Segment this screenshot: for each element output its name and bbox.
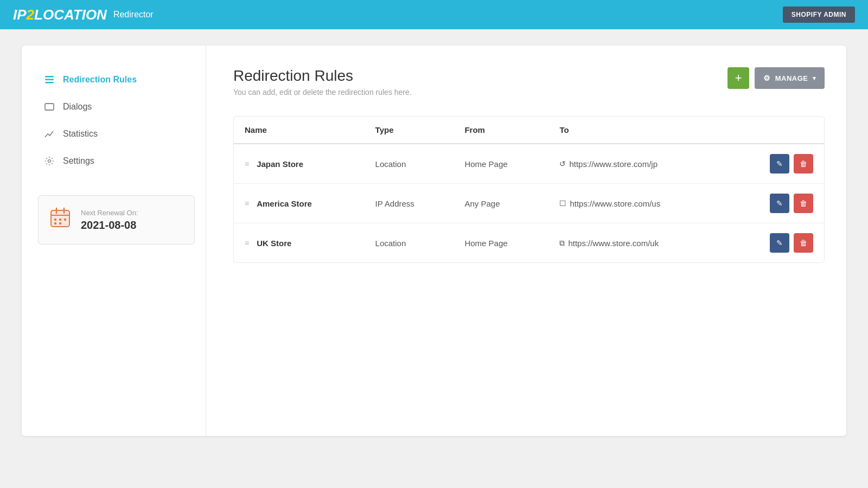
pencil-icon: ✎: [776, 239, 783, 247]
rules-table: Name Type From To ≡ Japan Store Location…: [234, 117, 824, 262]
sidebar-item-statistics[interactable]: Statistics: [38, 121, 195, 146]
edit-rule-button-2[interactable]: ✎: [770, 233, 789, 253]
to-icon-2: ⧉: [559, 239, 565, 248]
settings-icon: [43, 155, 55, 167]
cell-name-1: ≡ America Store: [234, 184, 365, 223]
col-from: From: [454, 117, 548, 144]
svg-rect-12: [64, 219, 66, 221]
cell-from-0: Home Page: [454, 144, 548, 184]
svg-rect-11: [59, 219, 61, 221]
sidebar-label-dialogs: Dialogs: [63, 102, 92, 112]
trash-icon: 🗑: [800, 159, 807, 168]
table-row: ≡ Japan Store Location Home Page ↺ https…: [234, 144, 824, 184]
pencil-icon: ✎: [776, 199, 783, 208]
col-actions: [729, 117, 824, 144]
main-container: Redirection Rules Dialogs Statistics: [0, 29, 868, 452]
page-title-block: Redirection Rules You can add, edit or d…: [233, 67, 412, 97]
renewal-info: Next Renewal On: 2021-08-08: [81, 209, 138, 232]
cell-to-1: ☐ https://www.store.com/us: [548, 184, 728, 223]
rules-table-container: Name Type From To ≡ Japan Store Location…: [233, 116, 825, 263]
svg-rect-2: [45, 82, 54, 84]
manage-label: MANAGE: [775, 74, 808, 82]
calendar-icon: [49, 207, 71, 233]
cell-type-2: Location: [365, 223, 454, 263]
cell-to-2: ⧉ https://www.store.com/uk: [548, 223, 728, 263]
to-url: https://www.store.com/uk: [568, 239, 659, 248]
edit-rule-button-0[interactable]: ✎: [770, 154, 789, 174]
renewal-date: 2021-08-08: [81, 219, 138, 232]
trash-icon: 🗑: [800, 199, 807, 208]
cell-type-1: IP Address: [365, 184, 454, 223]
table-row: ≡ America Store IP Address Any Page ☐ ht…: [234, 184, 824, 223]
to-url: https://www.store.com/us: [570, 199, 660, 208]
to-icon-0: ↺: [559, 159, 566, 168]
col-to: To: [548, 117, 728, 144]
gear-icon: ⚙: [763, 74, 771, 82]
page-title: Redirection Rules: [233, 67, 412, 85]
content-card: Redirection Rules Dialogs Statistics: [22, 46, 846, 436]
sidebar-label-settings: Settings: [63, 156, 94, 166]
row-handle-icon: ≡: [245, 159, 249, 168]
renewal-label: Next Renewal On:: [81, 209, 138, 217]
sidebar-label-statistics: Statistics: [63, 129, 98, 139]
list-icon: [43, 74, 55, 86]
col-type: Type: [365, 117, 454, 144]
table-row: ≡ UK Store Location Home Page ⧉ https://…: [234, 223, 824, 263]
delete-rule-button-2[interactable]: 🗑: [794, 233, 813, 253]
cell-from-2: Home Page: [454, 223, 548, 263]
chart-icon: [43, 128, 55, 140]
sidebar-label-redirection-rules: Redirection Rules: [63, 75, 137, 85]
add-rule-button[interactable]: +: [727, 67, 749, 89]
cell-from-1: Any Page: [454, 184, 548, 223]
logo-location-text: LOCATION: [34, 7, 107, 23]
rule-name: America Store: [257, 199, 312, 208]
svg-rect-1: [45, 79, 54, 81]
cell-actions-1: ✎ 🗑: [729, 184, 824, 223]
plus-icon: +: [735, 71, 742, 85]
svg-rect-3: [45, 104, 54, 110]
col-name: Name: [234, 117, 365, 144]
logo-ip-text: IP: [13, 7, 27, 23]
delete-rule-button-0[interactable]: 🗑: [794, 154, 813, 174]
logo: IP2LOCATION: [13, 7, 107, 23]
page-subtitle: You can add, edit or delete the redirect…: [233, 88, 412, 97]
table-header-row: Name Type From To: [234, 117, 824, 144]
chevron-down-icon: ▾: [813, 75, 816, 82]
logo-subtitle: Redirector: [113, 10, 154, 20]
cell-type-0: Location: [365, 144, 454, 184]
cell-to-0: ↺ https://www.store.com/jp: [548, 144, 728, 184]
edit-rule-button-1[interactable]: ✎: [770, 194, 789, 213]
main-content: Redirection Rules You can add, edit or d…: [206, 46, 846, 436]
sidebar-item-settings[interactable]: Settings: [38, 149, 195, 174]
dialog-icon: [43, 101, 55, 113]
cell-actions-0: ✎ 🗑: [729, 144, 824, 184]
cell-name-0: ≡ Japan Store: [234, 144, 365, 184]
sidebar-item-redirection-rules[interactable]: Redirection Rules: [38, 67, 195, 92]
app-header: IP2LOCATION Redirector SHOPIFY ADMIN: [0, 0, 868, 29]
header-logo-area: IP2LOCATION Redirector: [13, 7, 154, 23]
row-handle-icon: ≡: [245, 239, 249, 247]
sidebar: Redirection Rules Dialogs Statistics: [22, 46, 206, 436]
shopify-admin-button[interactable]: SHOPIFY ADMIN: [783, 7, 855, 23]
svg-rect-13: [54, 222, 56, 224]
renewal-card: Next Renewal On: 2021-08-08: [38, 195, 195, 245]
cell-name-2: ≡ UK Store: [234, 223, 365, 263]
logo-2-text: 2: [27, 7, 34, 23]
row-handle-icon: ≡: [245, 199, 249, 208]
header-actions: + ⚙ MANAGE ▾: [727, 67, 825, 89]
page-header: Redirection Rules You can add, edit or d…: [233, 67, 825, 97]
trash-icon: 🗑: [800, 239, 807, 247]
cell-actions-2: ✎ 🗑: [729, 223, 824, 263]
to-url: https://www.store.com/jp: [569, 159, 658, 169]
manage-button[interactable]: ⚙ MANAGE ▾: [755, 67, 825, 89]
rule-name: UK Store: [257, 239, 291, 248]
rule-name: Japan Store: [257, 159, 303, 169]
svg-rect-0: [45, 76, 54, 78]
svg-rect-14: [59, 222, 61, 224]
pencil-icon: ✎: [776, 159, 783, 168]
delete-rule-button-1[interactable]: 🗑: [794, 194, 813, 213]
sidebar-item-dialogs[interactable]: Dialogs: [38, 94, 195, 119]
to-icon-1: ☐: [559, 199, 566, 208]
svg-point-4: [48, 160, 51, 163]
svg-rect-10: [54, 219, 56, 221]
